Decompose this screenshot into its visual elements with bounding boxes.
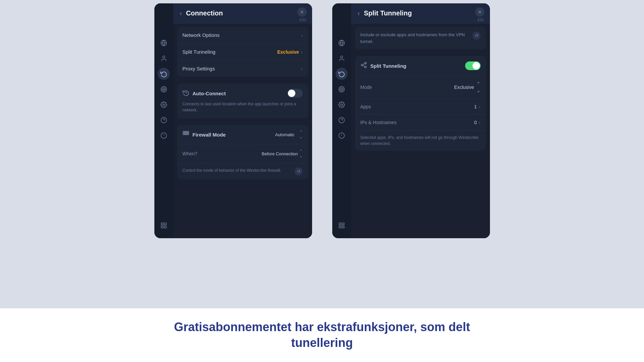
left-sidebar: [154, 3, 173, 238]
split-footer-text: Selected apps, IPs, and hostnames will n…: [360, 135, 479, 146]
left-panel-content: ‹ Connection ✕ ESC Network Options › Spl…: [173, 3, 312, 238]
firewall-description: Control the mode of behavior of the Wind…: [183, 167, 291, 173]
split-tunnel-card: Split Tunneling Mode Exclusive ⌃⌄ Apps 1…: [355, 56, 486, 151]
firewall-when-label: When?: [183, 151, 262, 156]
sidebar-icon-globe[interactable]: [158, 37, 170, 49]
sidebar-icon-gear[interactable]: [158, 99, 170, 111]
firewall-title: Firewall Mode: [193, 132, 272, 138]
info-banner-text: Include or exclude apps and hostnames fr…: [360, 32, 469, 45]
sidebar-icon-help[interactable]: [158, 114, 170, 126]
left-back-button[interactable]: ‹: [180, 9, 182, 17]
svg-point-27: [341, 89, 342, 90]
firewall-when-row: When? Before Connection ⌃⌄: [177, 144, 308, 163]
svg-rect-34: [339, 223, 341, 225]
split-tunneling-item[interactable]: Split Tunneling Exclusive ›: [177, 44, 308, 60]
firewall-mode-value: Automatic: [275, 132, 295, 137]
left-panel-header: ‹ Connection ✕ ESC: [173, 3, 312, 23]
right-back-button[interactable]: ‹: [358, 9, 360, 17]
right-sidebar-icon-help[interactable]: [336, 114, 348, 126]
right-sidebar-icon-gear[interactable]: [336, 99, 348, 111]
auto-connect-icon: [183, 89, 189, 98]
svg-line-42: [363, 63, 365, 64]
bottom-line-2: tunellering: [291, 336, 353, 350]
right-sidebar-icon-info[interactable]: [336, 130, 348, 142]
auto-connect-label: Auto-Connect: [193, 91, 284, 96]
left-panel: ‹ Connection ✕ ESC Network Options › Spl…: [154, 3, 312, 238]
mode-row[interactable]: Mode Exclusive ⌃⌄: [355, 76, 486, 99]
firewall-header: Firewall Mode Automatic ⌃⌄: [177, 125, 308, 144]
right-panel-header: ‹ Split Tunneling ✕ ESC: [351, 3, 490, 23]
svg-rect-17: [183, 131, 184, 133]
firewall-when-value: Before Connection: [262, 151, 298, 156]
sidebar-icon-user[interactable]: [158, 52, 170, 64]
ips-hostnames-label: IPs & Hostnames: [360, 120, 475, 125]
proxy-settings-label: Proxy Settings: [183, 66, 301, 71]
info-banner-icon[interactable]: ↺: [473, 32, 481, 40]
firewall-dropdown-arrow[interactable]: ⌃⌄: [299, 130, 303, 139]
sidebar-icon-bookmark[interactable]: [158, 219, 170, 231]
network-options-label: Network Options: [183, 32, 301, 38]
right-sidebar-icon-globe[interactable]: [336, 37, 348, 49]
right-close-button[interactable]: ✕: [475, 7, 485, 17]
sidebar-icon-info[interactable]: [158, 130, 170, 142]
svg-point-28: [341, 104, 342, 106]
sidebar-icon-refresh[interactable]: [158, 68, 170, 80]
svg-rect-37: [339, 226, 341, 228]
ips-hostnames-row[interactable]: IPs & Hostnames 0 ›: [355, 115, 486, 131]
right-panel-content: ‹ Split Tunneling ✕ ESC Include or exclu…: [351, 3, 490, 238]
bottom-banner: Gratisabonnementet har ekstrafunksjoner,…: [0, 308, 644, 362]
svg-rect-12: [164, 223, 166, 225]
right-sidebar-icon-refresh[interactable]: [336, 68, 348, 80]
svg-point-26: [340, 88, 343, 91]
svg-point-24: [340, 56, 343, 58]
split-tunneling-toggle[interactable]: [465, 61, 481, 70]
network-options-item[interactable]: Network Options ›: [177, 27, 308, 44]
auto-connect-toggle[interactable]: [287, 89, 303, 98]
svg-rect-22: [187, 133, 189, 135]
firewall-when-dropdown[interactable]: ⌃⌄: [299, 149, 303, 158]
left-close-button[interactable]: ✕: [297, 7, 307, 17]
svg-rect-18: [185, 131, 186, 133]
split-tunnel-footer: Selected apps, IPs, and hostnames will n…: [355, 131, 486, 151]
svg-line-16: [186, 93, 187, 93]
firewall-info-button[interactable]: ↺: [295, 167, 303, 175]
mode-label: Mode: [360, 85, 454, 90]
left-menu-section: Network Options › Split Tunneling Exclus…: [177, 27, 308, 77]
bottom-line-1: Gratisabonnementet har ekstrafunksjoner,…: [174, 320, 470, 334]
firewall-card: Firewall Mode Automatic ⌃⌄ When? Before …: [177, 125, 308, 179]
split-tunneling-header: Split Tunneling: [355, 56, 486, 76]
mode-value: Exclusive: [454, 85, 474, 90]
svg-point-4: [163, 89, 164, 90]
right-sidebar-icon-user[interactable]: [336, 52, 348, 64]
right-sidebar-icon-bookmark[interactable]: [336, 219, 348, 231]
sidebar-icon-target[interactable]: [158, 83, 170, 95]
proxy-settings-item[interactable]: Proxy Settings ›: [177, 60, 308, 77]
svg-rect-36: [342, 226, 344, 228]
left-panel-title: Connection: [186, 9, 305, 17]
right-sidebar-icon-target[interactable]: [336, 83, 348, 95]
svg-rect-21: [185, 133, 186, 135]
svg-rect-14: [161, 226, 163, 228]
auto-connect-card: Auto-Connect Connects to last used locat…: [177, 84, 308, 118]
right-panel-title: Split Tunneling: [364, 9, 483, 17]
svg-point-39: [361, 64, 363, 66]
apps-row[interactable]: Apps 1 ›: [355, 99, 486, 115]
split-tunneling-icon: [360, 62, 367, 70]
svg-point-2: [161, 87, 166, 92]
firewall-footer: Control the mode of behavior of the Wind…: [177, 163, 308, 179]
mode-dropdown: ⌃⌄: [476, 81, 481, 94]
firewall-icon: [183, 131, 189, 139]
svg-rect-11: [161, 223, 163, 225]
split-tunneling-title: Split Tunneling: [370, 63, 462, 69]
auto-connect-row: Auto-Connect: [183, 89, 303, 98]
svg-rect-20: [183, 133, 184, 135]
info-banner: Include or exclude apps and hostnames fr…: [355, 27, 486, 49]
split-tunneling-value: Exclusive: [277, 49, 299, 55]
svg-point-38: [364, 62, 366, 64]
right-sidebar: [332, 3, 351, 238]
right-esc-label: ESC: [478, 18, 485, 22]
svg-point-3: [162, 88, 165, 91]
right-panel: ‹ Split Tunneling ✕ ESC Include or exclu…: [332, 3, 490, 238]
auto-connect-description: Connects to last used location when the …: [183, 101, 303, 113]
network-options-chevron: ›: [301, 33, 303, 38]
